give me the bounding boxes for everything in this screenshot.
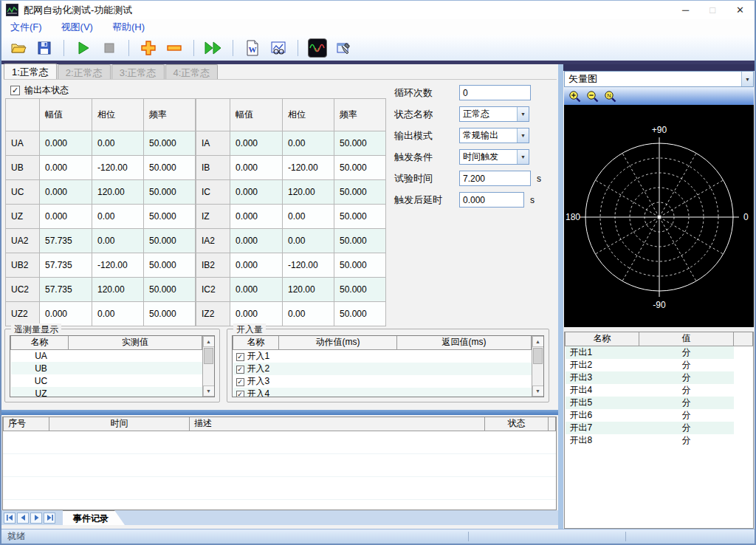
tab-state-3[interactable]: 3:正常态 <box>111 64 165 79</box>
loop-count-input[interactable]: 0 <box>459 85 531 100</box>
tab-state-1[interactable]: 1:正常态 <box>4 64 57 79</box>
scrollbar-thumb[interactable] <box>204 348 213 364</box>
remove-state-button[interactable] <box>165 38 184 58</box>
scroll-up-icon[interactable]: ▲ <box>203 336 215 347</box>
test-time-label: 试验时间 <box>394 172 459 185</box>
col-frequency: 频率 <box>144 99 196 131</box>
scroll-down-icon[interactable]: ▼ <box>532 385 544 397</box>
col-description: 描述 <box>190 417 485 431</box>
tab-event-log[interactable]: 事件记录 <box>63 510 125 525</box>
col-phase: 相位 <box>283 99 334 131</box>
output-mode-value: 常规输出 <box>460 129 517 142</box>
output-mode-select[interactable]: 常规输出 ▼ <box>459 128 529 143</box>
checkbox-icon[interactable]: ✓ <box>10 86 20 95</box>
first-page-button[interactable] <box>4 513 16 524</box>
telemetry-scrollbar[interactable]: ▲ ▼ <box>202 336 214 397</box>
binary-input-scrollbar[interactable]: ▲ ▼ <box>532 336 543 397</box>
col-return-value: 返回值(ms) <box>397 336 532 349</box>
vector-zoom-toolbar: N <box>564 87 754 105</box>
checkbox-icon[interactable]: ✓ <box>236 353 244 361</box>
col-action-value: 动作值(ms) <box>279 336 397 349</box>
output-contacts-table: 名称 值 开出1分开出2分开出3分开出4分开出5分开出6分开出7分开出8分 <box>565 332 753 447</box>
trigger-condition-select[interactable]: 时间触发 ▼ <box>459 149 529 165</box>
scroll-up-icon[interactable]: ▲ <box>532 336 544 347</box>
state-settings-panel: 循环次数 0 状态名称 正常态 ▼ 输出模式 常规输出 ▼ <box>394 85 557 213</box>
col-phase: 相位 <box>92 99 144 131</box>
word-report-button[interactable]: W <box>243 38 262 58</box>
table-row: UA0.0000.0050.000 <box>6 131 196 156</box>
binary-input-title: 开入量 <box>233 323 266 336</box>
next-page-button[interactable] <box>30 513 42 524</box>
close-button[interactable]: ✕ <box>736 5 744 15</box>
table-row: IA0.0000.0050.000 <box>196 131 386 156</box>
run-button[interactable] <box>74 38 93 58</box>
table-header-row: 名称 值 <box>566 332 753 346</box>
toolbar: W <box>1 35 755 61</box>
col-frequency: 频率 <box>334 99 386 131</box>
menu-file[interactable]: 文件(F) <box>10 21 42 34</box>
table-row: UZ0.0000.0050.000 <box>6 205 196 229</box>
waveform-icon <box>309 41 326 55</box>
table-header-row: 名称 实测值 <box>11 336 202 349</box>
trigger-condition-value: 时间触发 <box>460 151 517 163</box>
state-tabstrip: 1:正常态 2:正常态 3:正常态 4:正常态 <box>4 65 557 80</box>
word-document-icon: W <box>245 40 260 56</box>
state-name-select[interactable]: 正常态 ▼ <box>459 106 529 122</box>
output-state-checkbox-row: ✓ 输出本状态 <box>10 84 69 97</box>
play-icon <box>76 41 91 55</box>
table-row: UA257.7350.0050.000 <box>6 229 196 253</box>
checkbox-icon[interactable]: ✓ <box>236 366 244 374</box>
menu-help[interactable]: 帮助(H) <box>112 21 145 34</box>
bottom-tab-bar: 事件记录 <box>1 510 558 525</box>
voltage-table: 幅值 相位 频率 UA0.0000.0050.000UB0.000-120.00… <box>5 98 196 326</box>
zoom-out-icon[interactable] <box>586 90 599 103</box>
view-selector[interactable]: 矢量图 ▼ <box>564 71 754 87</box>
stop-button[interactable] <box>100 38 119 58</box>
scroll-down-icon[interactable]: ▼ <box>203 385 215 397</box>
last-page-button[interactable] <box>44 513 55 524</box>
previous-page-button[interactable] <box>17 513 29 524</box>
add-state-button[interactable] <box>139 38 158 58</box>
chevron-down-icon[interactable]: ▼ <box>517 128 529 143</box>
table-row: 开出2分 <box>566 359 753 371</box>
zoom-reset-icon[interactable]: N <box>604 90 616 103</box>
table-header-row: 序号 时间 描述 状态 <box>4 417 556 431</box>
chevron-down-icon[interactable]: ▼ <box>517 107 529 121</box>
chevron-down-icon[interactable]: ▼ <box>741 72 753 86</box>
tools-button[interactable] <box>334 38 353 58</box>
save-button[interactable] <box>35 38 54 58</box>
tab-state-4[interactable]: 4:正常态 <box>165 64 219 79</box>
table-row: UC <box>11 374 202 387</box>
checkbox-icon[interactable]: ✓ <box>236 378 244 386</box>
plus-icon <box>140 40 157 56</box>
table-row: 开出1分 <box>566 346 753 359</box>
table-row: IZ0.0000.0050.000 <box>196 205 386 229</box>
chevron-down-icon[interactable]: ▼ <box>517 150 529 164</box>
horizontal-splitter[interactable] <box>1 410 558 415</box>
test-time-input[interactable]: 7.200 <box>459 171 531 186</box>
table-row: IB20.000-120.0050.000 <box>196 253 386 278</box>
col-value: 值 <box>639 332 734 346</box>
status-bar: 就绪 <box>1 529 755 544</box>
checkbox-icon[interactable]: ✓ <box>236 391 244 397</box>
output-mode-label: 输出模式 <box>394 129 459 143</box>
run-all-button[interactable] <box>204 38 223 58</box>
open-folder-icon <box>10 40 27 56</box>
state-name-label: 状态名称 <box>394 108 459 121</box>
main-area: 1:正常态 2:正常态 3:正常态 4:正常态 ✓ 输出本状态 幅值 相位 频率 <box>1 64 755 529</box>
scrollbar-thumb[interactable] <box>533 348 543 364</box>
polar-plot: +90 -90 180 0 <box>564 105 754 327</box>
tab-state-2[interactable]: 2:正常态 <box>58 64 111 79</box>
report-view-button[interactable] <box>269 38 288 58</box>
trigger-delay-input[interactable]: 0.000 <box>459 192 524 208</box>
waveform-display-button[interactable] <box>308 38 327 58</box>
open-file-button[interactable] <box>9 38 28 58</box>
table-row: 开出8分 <box>566 434 753 447</box>
zoom-in-icon[interactable] <box>568 90 581 103</box>
telemetry-groupbox: 遥测量显示 名称 实测值 UAUBUCUZ <box>4 329 220 402</box>
vertical-splitter[interactable] <box>558 64 563 529</box>
menu-view[interactable]: 视图(V) <box>61 21 93 34</box>
minimize-button[interactable]: ─ <box>682 5 689 15</box>
maximize-button[interactable]: □ <box>709 5 715 15</box>
status-text: 就绪 <box>7 530 25 543</box>
